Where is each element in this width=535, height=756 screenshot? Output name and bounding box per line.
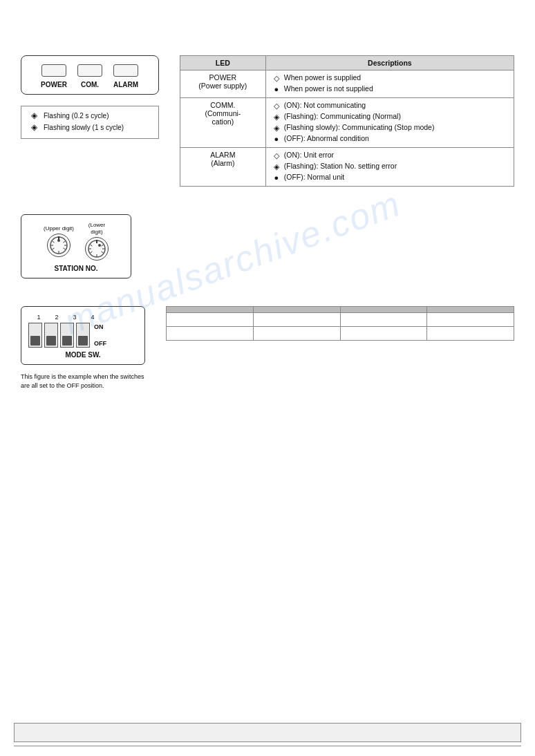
desc-line: ● (OFF): Normal unit xyxy=(272,173,508,182)
desc-text: (Flashing slowly): Communicating (Stop m… xyxy=(284,123,435,131)
dip-toggle-2 xyxy=(46,336,56,346)
dip-toggle-4 xyxy=(78,336,88,346)
desc-line: ● When power is not supplied xyxy=(272,84,508,93)
desc-icon: ◈ xyxy=(272,124,281,133)
on-label: ON xyxy=(94,323,106,330)
desc-icon: ● xyxy=(272,135,281,143)
legend-icon-slow: ◈ xyxy=(28,122,39,132)
desc-text: (OFF): Normal unit xyxy=(284,173,345,181)
desc-line: ◈ (Flashing slowly): Communicating (Stop… xyxy=(272,123,508,133)
station-box: (Upper digit) xyxy=(21,214,131,278)
desc-text: (Flashing): Communicating (Normal) xyxy=(284,112,401,120)
desc-icon: ◈ xyxy=(272,113,281,122)
mode-table-cell-1-4 xyxy=(427,313,514,327)
table-row-comm: COMM.(Communi-cation) ◇ (ON): Not commun… xyxy=(180,98,514,148)
dip-toggle-1 xyxy=(30,336,40,346)
desc-icon: ◇ xyxy=(272,74,281,83)
switch-num-4: 4 xyxy=(86,314,100,321)
dial-lower-svg xyxy=(86,238,107,259)
led-table-header-led: LED xyxy=(180,56,266,70)
dip-switch-3 xyxy=(60,323,74,348)
svg-line-2 xyxy=(63,241,65,243)
mode-table-cell-1-1 xyxy=(167,313,254,327)
station-section: (Upper digit) xyxy=(21,214,514,278)
led-label-power: POWER xyxy=(40,81,68,88)
mode-table-cell-1-2 xyxy=(253,313,340,327)
mode-table-cell-2-4 xyxy=(427,327,514,341)
mode-box: 1 2 3 4 xyxy=(21,306,145,365)
desc-icon: ◈ xyxy=(272,162,281,171)
desc-line: ◈ (Flashing): Communicating (Normal) xyxy=(272,112,508,122)
desc-icon: ● xyxy=(272,85,281,93)
desc-line: ◇ (ON): Unit error xyxy=(272,151,508,160)
svg-line-6 xyxy=(52,248,54,249)
mode-table-cell-1-3 xyxy=(340,313,427,327)
led-labels-row: POWER COM. ALARM xyxy=(40,81,140,88)
svg-line-18 xyxy=(91,245,93,246)
legend-item-slow: ◈ Flashing slowly (1 s cycle) xyxy=(28,122,151,132)
legend-text-fast: Flashing (0.2 s cycle) xyxy=(44,112,109,120)
svg-point-19 xyxy=(98,244,101,247)
switch-num-3: 3 xyxy=(68,314,82,321)
led-label-com: COM. xyxy=(76,81,104,88)
desc-line: ◇ (ON): Not communicating xyxy=(272,101,508,111)
station-no-label: STATION NO. xyxy=(55,265,98,272)
dip-switch-1 xyxy=(28,323,42,348)
mode-table-cell-2-2 xyxy=(253,327,340,341)
led-label-alarm: ALARM xyxy=(112,81,140,88)
table-row-alarm: ALARM(Alarm) ◇ (ON): Unit error ◈ (Flash… xyxy=(180,148,514,187)
switch-num-1: 1 xyxy=(32,314,46,321)
on-off-labels: ON OFF xyxy=(94,323,106,348)
footer-bar xyxy=(14,723,521,742)
mode-table-th-1 xyxy=(167,307,254,313)
led-light-alarm xyxy=(113,64,138,77)
dip-toggle-3 xyxy=(62,336,72,346)
mode-table-row-1 xyxy=(167,313,514,327)
led-name-power: POWER(Power supply) xyxy=(180,70,266,98)
svg-point-9 xyxy=(57,239,60,242)
desc-text: When power is supplied xyxy=(284,73,361,82)
desc-line: ● (OFF): Abnormal condition xyxy=(272,134,508,143)
desc-text: (ON): Unit error xyxy=(284,151,334,159)
desc-line: ◇ When power is supplied xyxy=(272,73,508,83)
dial-group-upper: (Upper digit) xyxy=(44,225,74,258)
dial-label-upper: (Upper digit) xyxy=(44,225,74,232)
legend-item-fast: ◈ Flashing (0.2 s cycle) xyxy=(28,111,151,120)
station-dials-row: (Upper digit) xyxy=(44,222,109,261)
table-row-power: POWER(Power supply) ◇ When power is supp… xyxy=(180,70,514,98)
mode-sw-label: MODE SW. xyxy=(28,351,138,359)
dial-upper xyxy=(47,234,71,257)
switch-num-2: 2 xyxy=(50,314,64,321)
mode-section: 1 2 3 4 xyxy=(21,306,514,390)
desc-text: (ON): Not communicating xyxy=(284,101,366,109)
legend-text-slow: Flashing slowly (1 s cycle) xyxy=(44,124,124,131)
mode-table-th-3 xyxy=(340,307,427,313)
off-label: OFF xyxy=(94,340,106,347)
svg-line-16 xyxy=(91,252,93,253)
dip-switch-2 xyxy=(44,323,58,348)
mode-table-cell-2-3 xyxy=(340,327,427,341)
page: manualsarchive.com POWER COM. ALARM ◈ xyxy=(0,0,535,756)
desc-text: (OFF): Abnormal condition xyxy=(284,134,369,142)
led-name-comm: COMM.(Communi-cation) xyxy=(180,98,266,148)
mode-switches-header: 1 2 3 4 xyxy=(32,314,138,321)
mode-table-cell-2-1 xyxy=(167,327,254,341)
svg-line-4 xyxy=(63,248,65,249)
led-desc-comm: ◇ (ON): Not communicating ◈ (Flashing): … xyxy=(265,98,514,148)
top-section: POWER COM. ALARM ◈ Flashing (0.2 s cycle… xyxy=(21,55,514,187)
led-table-container: LED Descriptions POWER(Power supply) ◇ W… xyxy=(180,55,514,187)
led-legend: ◈ Flashing (0.2 s cycle) ◈ Flashing slow… xyxy=(21,106,159,139)
desc-text: When power is not supplied xyxy=(284,84,373,93)
mode-table-row-2 xyxy=(167,327,514,341)
led-desc-power: ◇ When power is supplied ● When power is… xyxy=(265,70,514,98)
mode-switches-row: ON OFF xyxy=(28,323,138,348)
led-panel-box: POWER COM. ALARM xyxy=(21,55,159,95)
footer-line xyxy=(14,746,521,746)
led-diagram: POWER COM. ALARM ◈ Flashing (0.2 s cycle… xyxy=(21,55,159,187)
desc-line: ◈ (Flashing): Station No. setting error xyxy=(272,162,508,171)
mode-table-th-2 xyxy=(253,307,340,313)
led-light-power xyxy=(41,64,66,77)
led-name-alarm: ALARM(Alarm) xyxy=(180,148,266,187)
dial-label-lower: (Lowerdigit) xyxy=(88,222,105,235)
dial-group-lower: (Lowerdigit) xyxy=(85,222,109,261)
